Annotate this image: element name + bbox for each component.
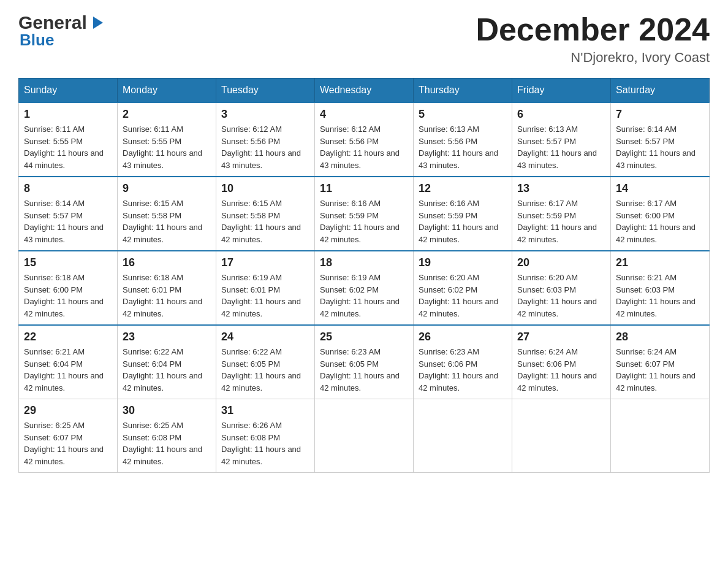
- day-info: Sunrise: 6:19 AMSunset: 6:02 PMDaylight:…: [320, 272, 408, 320]
- calendar-cell: 15Sunrise: 6:18 AMSunset: 6:00 PMDayligh…: [19, 251, 118, 325]
- calendar-cell: 5Sunrise: 6:13 AMSunset: 5:56 PMDaylight…: [414, 102, 512, 177]
- day-number: 12: [419, 182, 507, 195]
- day-number: 24: [221, 331, 309, 343]
- day-info: Sunrise: 6:26 AMSunset: 6:08 PMDaylight:…: [221, 419, 309, 467]
- calendar-cell: 10Sunrise: 6:15 AMSunset: 5:58 PMDayligh…: [216, 177, 315, 251]
- day-number: 11: [320, 182, 408, 195]
- calendar-cell: 14Sunrise: 6:17 AMSunset: 6:00 PMDayligh…: [611, 177, 710, 251]
- day-info: Sunrise: 6:14 AMSunset: 5:57 PMDaylight:…: [616, 123, 704, 171]
- calendar-week-row: 8Sunrise: 6:14 AMSunset: 5:57 PMDaylight…: [19, 177, 710, 251]
- calendar-cell: 29Sunrise: 6:25 AMSunset: 6:07 PMDayligh…: [19, 399, 118, 473]
- calendar-cell: 19Sunrise: 6:20 AMSunset: 6:02 PMDayligh…: [414, 251, 512, 325]
- day-number: 13: [517, 182, 605, 195]
- logo-arrow-icon: [88, 14, 105, 31]
- calendar-cell: 17Sunrise: 6:19 AMSunset: 6:01 PMDayligh…: [216, 251, 315, 325]
- day-number: 19: [419, 256, 507, 269]
- day-info: Sunrise: 6:12 AMSunset: 5:56 PMDaylight:…: [221, 123, 309, 171]
- calendar-cell: 18Sunrise: 6:19 AMSunset: 6:02 PMDayligh…: [315, 251, 414, 325]
- logo-general: General: [18, 12, 87, 33]
- calendar-week-row: 22Sunrise: 6:21 AMSunset: 6:04 PMDayligh…: [19, 325, 710, 399]
- calendar-cell: 8Sunrise: 6:14 AMSunset: 5:57 PMDaylight…: [19, 177, 118, 251]
- calendar-table: SundayMondayTuesdayWednesdayThursdayFrid…: [18, 78, 710, 473]
- calendar-cell: 22Sunrise: 6:21 AMSunset: 6:04 PMDayligh…: [19, 325, 118, 399]
- day-number: 14: [616, 182, 704, 195]
- day-info: Sunrise: 6:24 AMSunset: 6:06 PMDaylight:…: [517, 346, 605, 394]
- day-info: Sunrise: 6:21 AMSunset: 6:03 PMDaylight:…: [616, 272, 704, 320]
- day-number: 21: [616, 256, 704, 269]
- header-day-saturday: Saturday: [611, 79, 710, 103]
- day-info: Sunrise: 6:16 AMSunset: 5:59 PMDaylight:…: [419, 197, 507, 245]
- calendar-cell: 1Sunrise: 6:11 AMSunset: 5:55 PMDaylight…: [19, 102, 118, 177]
- header-day-thursday: Thursday: [414, 79, 512, 103]
- day-info: Sunrise: 6:17 AMSunset: 5:59 PMDaylight:…: [517, 197, 605, 245]
- calendar-cell: 4Sunrise: 6:12 AMSunset: 5:56 PMDaylight…: [315, 102, 414, 177]
- day-number: 30: [123, 404, 211, 417]
- day-info: Sunrise: 6:20 AMSunset: 6:03 PMDaylight:…: [517, 272, 605, 320]
- day-info: Sunrise: 6:16 AMSunset: 5:59 PMDaylight:…: [320, 197, 408, 245]
- day-info: Sunrise: 6:17 AMSunset: 6:00 PMDaylight:…: [616, 197, 704, 245]
- header-day-tuesday: Tuesday: [216, 79, 315, 103]
- day-info: Sunrise: 6:13 AMSunset: 5:57 PMDaylight:…: [517, 123, 605, 171]
- calendar-cell: 25Sunrise: 6:23 AMSunset: 6:05 PMDayligh…: [315, 325, 414, 399]
- day-info: Sunrise: 6:13 AMSunset: 5:56 PMDaylight:…: [419, 123, 507, 171]
- day-number: 20: [517, 256, 605, 269]
- calendar-cell: 20Sunrise: 6:20 AMSunset: 6:03 PMDayligh…: [512, 251, 611, 325]
- day-number: 27: [517, 331, 605, 343]
- location: N'Djorekro, Ivory Coast: [476, 50, 710, 66]
- day-info: Sunrise: 6:19 AMSunset: 6:01 PMDaylight:…: [221, 272, 309, 320]
- day-number: 2: [123, 108, 211, 121]
- calendar-week-row: 15Sunrise: 6:18 AMSunset: 6:00 PMDayligh…: [19, 251, 710, 325]
- day-number: 9: [123, 182, 211, 195]
- calendar-cell: 11Sunrise: 6:16 AMSunset: 5:59 PMDayligh…: [315, 177, 414, 251]
- month-title: December 2024: [476, 12, 710, 47]
- calendar-cell: 27Sunrise: 6:24 AMSunset: 6:06 PMDayligh…: [512, 325, 611, 399]
- day-number: 22: [24, 331, 112, 343]
- calendar-cell: 23Sunrise: 6:22 AMSunset: 6:04 PMDayligh…: [118, 325, 216, 399]
- day-number: 25: [320, 331, 408, 343]
- day-number: 5: [419, 108, 507, 121]
- day-info: Sunrise: 6:18 AMSunset: 6:00 PMDaylight:…: [24, 272, 112, 320]
- calendar-cell: 7Sunrise: 6:14 AMSunset: 5:57 PMDaylight…: [611, 102, 710, 177]
- header-day-wednesday: Wednesday: [315, 79, 414, 103]
- header-day-friday: Friday: [512, 79, 611, 103]
- day-number: 7: [616, 108, 704, 121]
- day-number: 6: [517, 108, 605, 121]
- calendar-cell: 2Sunrise: 6:11 AMSunset: 5:55 PMDaylight…: [118, 102, 216, 177]
- day-number: 23: [123, 331, 211, 343]
- day-info: Sunrise: 6:21 AMSunset: 6:04 PMDaylight:…: [24, 346, 112, 394]
- calendar-cell: 28Sunrise: 6:24 AMSunset: 6:07 PMDayligh…: [611, 325, 710, 399]
- day-info: Sunrise: 6:14 AMSunset: 5:57 PMDaylight:…: [24, 197, 112, 245]
- calendar-week-row: 1Sunrise: 6:11 AMSunset: 5:55 PMDaylight…: [19, 102, 710, 177]
- calendar-cell: 3Sunrise: 6:12 AMSunset: 5:56 PMDaylight…: [216, 102, 315, 177]
- calendar-cell: [315, 399, 414, 473]
- day-info: Sunrise: 6:12 AMSunset: 5:56 PMDaylight:…: [320, 123, 408, 171]
- day-number: 10: [221, 182, 309, 195]
- day-info: Sunrise: 6:23 AMSunset: 6:06 PMDaylight:…: [419, 346, 507, 394]
- day-info: Sunrise: 6:11 AMSunset: 5:55 PMDaylight:…: [24, 123, 112, 171]
- logo: General Blue: [18, 12, 105, 50]
- day-number: 4: [320, 108, 408, 121]
- day-info: Sunrise: 6:22 AMSunset: 6:04 PMDaylight:…: [123, 346, 211, 394]
- calendar-cell: [611, 399, 710, 473]
- day-number: 16: [123, 256, 211, 269]
- calendar-header-row: SundayMondayTuesdayWednesdayThursdayFrid…: [19, 79, 710, 103]
- day-info: Sunrise: 6:25 AMSunset: 6:08 PMDaylight:…: [123, 419, 211, 467]
- day-number: 29: [24, 404, 112, 417]
- day-info: Sunrise: 6:25 AMSunset: 6:07 PMDaylight:…: [24, 419, 112, 467]
- day-info: Sunrise: 6:15 AMSunset: 5:58 PMDaylight:…: [221, 197, 309, 245]
- header-day-sunday: Sunday: [19, 79, 118, 103]
- calendar-cell: 24Sunrise: 6:22 AMSunset: 6:05 PMDayligh…: [216, 325, 315, 399]
- svg-marker-0: [93, 17, 103, 29]
- day-number: 31: [221, 404, 309, 417]
- calendar-cell: 12Sunrise: 6:16 AMSunset: 5:59 PMDayligh…: [414, 177, 512, 251]
- calendar-cell: [512, 399, 611, 473]
- day-info: Sunrise: 6:24 AMSunset: 6:07 PMDaylight:…: [616, 346, 704, 394]
- day-info: Sunrise: 6:20 AMSunset: 6:02 PMDaylight:…: [419, 272, 507, 320]
- logo-blue: Blue: [20, 31, 54, 50]
- calendar-cell: 9Sunrise: 6:15 AMSunset: 5:58 PMDaylight…: [118, 177, 216, 251]
- day-number: 1: [24, 108, 112, 121]
- day-info: Sunrise: 6:15 AMSunset: 5:58 PMDaylight:…: [123, 197, 211, 245]
- calendar-week-row: 29Sunrise: 6:25 AMSunset: 6:07 PMDayligh…: [19, 399, 710, 473]
- day-number: 15: [24, 256, 112, 269]
- title-section: December 2024 N'Djorekro, Ivory Coast: [476, 12, 710, 66]
